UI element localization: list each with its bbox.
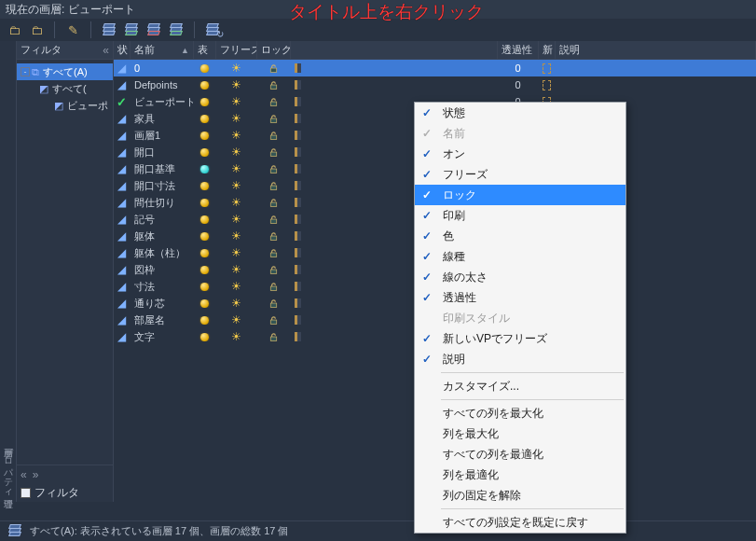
cell-freeze[interactable]: ☀	[216, 263, 257, 276]
invert-filter-row[interactable]: フィルタ	[17, 483, 113, 502]
cell-freeze[interactable]: ☀	[216, 280, 257, 293]
search-layer-icon[interactable]: 🗀	[6, 21, 22, 38]
menu-item[interactable]: ✓印刷	[415, 205, 625, 226]
lightbulb-icon[interactable]	[200, 132, 209, 140]
lock-open-icon[interactable]	[268, 181, 279, 191]
sun-icon[interactable]: ☀	[231, 112, 241, 125]
lightbulb-icon[interactable]	[200, 232, 209, 241]
cell-status[interactable]: ◢	[114, 129, 131, 142]
cell-on[interactable]	[194, 98, 216, 106]
sun-icon[interactable]: ☀	[231, 213, 241, 226]
cell-name[interactable]: 寸法	[131, 280, 194, 294]
cell-lock[interactable]	[257, 265, 291, 275]
cell-lock[interactable]	[257, 80, 291, 90]
menu-item[interactable]: ✓状態	[415, 103, 625, 123]
lightbulb-icon[interactable]	[200, 182, 209, 190]
cell-newvp[interactable]	[539, 63, 556, 74]
cell-on[interactable]	[194, 215, 216, 224]
set-current-layer-icon[interactable]	[168, 21, 185, 38]
sun-icon[interactable]: ☀	[231, 330, 241, 343]
cell-lock[interactable]	[257, 298, 291, 309]
sun-icon[interactable]: ☀	[231, 95, 241, 108]
sun-icon[interactable]: ☀	[231, 263, 241, 276]
cell-lock[interactable]	[257, 332, 291, 342]
cell-name[interactable]: 画層1	[131, 129, 194, 143]
menu-item[interactable]: ✓透過性	[415, 287, 625, 308]
sun-icon[interactable]: ☀	[231, 280, 241, 293]
lightbulb-icon[interactable]	[200, 249, 209, 257]
cell-name[interactable]: 図枠	[131, 263, 194, 277]
layer-filter-icon[interactable]: ✎	[64, 21, 81, 38]
cell-freeze[interactable]: ☀	[216, 313, 257, 326]
cell-freeze[interactable]: ☀	[216, 229, 257, 243]
cell-status[interactable]: ◢	[114, 162, 131, 175]
cell-status[interactable]: ◢	[114, 78, 131, 91]
col-transparency[interactable]: 透過性	[498, 41, 539, 59]
cell-status[interactable]: ◢	[114, 62, 131, 75]
col-freeze[interactable]: フリーズ	[216, 41, 257, 59]
cell-name[interactable]: 通り芯	[131, 297, 194, 311]
cell-status[interactable]: ✓	[114, 95, 131, 109]
sun-icon[interactable]: ☀	[231, 313, 241, 326]
vertical-tab[interactable]: 画層プロパティ管理	[0, 41, 17, 502]
cell-freeze[interactable]: ☀	[216, 129, 257, 142]
delete-layer-icon[interactable]	[145, 21, 162, 38]
lightbulb-icon[interactable]	[200, 148, 209, 157]
cell-lock[interactable]	[257, 181, 291, 191]
cell-name[interactable]: 開口寸法	[131, 179, 194, 193]
menu-item[interactable]: ✓オン	[415, 144, 625, 164]
lock-open-icon[interactable]	[268, 114, 279, 124]
cell-lock[interactable]	[257, 164, 291, 174]
cell-status[interactable]: ◢	[114, 313, 131, 326]
invert-filter-checkbox[interactable]	[21, 488, 31, 498]
cell-lock[interactable]	[257, 147, 291, 158]
cell-on[interactable]	[194, 249, 216, 257]
menu-item[interactable]: ✓新しいVPでフリーズ	[415, 328, 625, 349]
cell-status[interactable]: ◢	[114, 179, 131, 192]
sun-icon[interactable]: ☀	[231, 196, 241, 209]
cell-on[interactable]	[194, 165, 216, 173]
col-lock[interactable]: ロック	[257, 41, 291, 59]
filter-tree-item[interactable]: ◩すべて(	[17, 80, 113, 97]
sun-icon[interactable]: ☀	[231, 162, 241, 175]
lightbulb-icon[interactable]	[200, 81, 209, 90]
cell-freeze[interactable]: ☀	[216, 146, 257, 159]
lock-open-icon[interactable]	[268, 315, 279, 326]
lock-open-icon[interactable]	[268, 131, 279, 141]
cell-freeze[interactable]: ☀	[216, 62, 257, 75]
cell-freeze[interactable]: ☀	[216, 162, 257, 175]
cell-freeze[interactable]: ☀	[216, 297, 257, 310]
cell-freeze[interactable]: ☀	[216, 112, 257, 125]
col-on[interactable]: 表	[194, 41, 216, 59]
cell-freeze[interactable]: ☀	[216, 78, 257, 91]
cell-name[interactable]: 躯体（柱）	[131, 246, 194, 260]
menu-item[interactable]: カスタマイズ...	[415, 376, 625, 396]
cell-name[interactable]: 文字	[131, 330, 194, 344]
cell-on[interactable]	[194, 115, 216, 123]
lock-open-icon[interactable]	[268, 80, 279, 90]
cell-status[interactable]: ◢	[114, 263, 131, 276]
lock-open-icon[interactable]	[268, 97, 279, 107]
lock-open-icon[interactable]	[268, 164, 279, 174]
cell-freeze[interactable]: ☀	[216, 213, 257, 226]
lightbulb-icon[interactable]	[200, 199, 209, 207]
sun-icon[interactable]: ☀	[231, 146, 241, 159]
cell-lock[interactable]	[257, 215, 291, 225]
menu-item[interactable]: ✓フリーズ	[415, 164, 625, 185]
refresh-icon[interactable]	[204, 21, 221, 38]
cell-name[interactable]: 記号	[131, 213, 194, 227]
col-status[interactable]: 状	[114, 41, 131, 59]
lock-open-icon[interactable]	[268, 248, 279, 258]
cell-status[interactable]: ◢	[114, 146, 131, 159]
cell-status[interactable]: ◢	[114, 330, 131, 343]
menu-item[interactable]: ✓色	[415, 226, 625, 246]
cell-lock[interactable]	[257, 231, 291, 242]
cell-name[interactable]: 間仕切り	[131, 196, 194, 210]
cell-lock[interactable]	[257, 131, 291, 141]
layer-manager-icon[interactable]	[7, 524, 22, 539]
cell-freeze[interactable]: ☀	[216, 95, 257, 108]
lightbulb-icon[interactable]	[200, 64, 209, 73]
cell-lock[interactable]	[257, 114, 291, 124]
lock-open-icon[interactable]	[268, 215, 279, 225]
cell-lock[interactable]	[257, 282, 291, 292]
